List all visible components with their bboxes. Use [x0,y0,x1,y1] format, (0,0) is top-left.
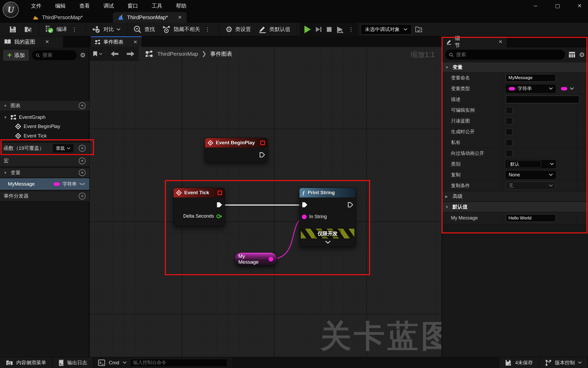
exec-in-pin[interactable] [302,202,308,208]
menu-debug[interactable]: 调试 [103,2,114,9]
collapse-icon[interactable]: ▼ [4,115,8,119]
debug-object-dropdown[interactable]: 未选中调试对象 [361,24,411,34]
tab-close-icon[interactable]: ✕ [178,14,182,20]
collapse-icon[interactable]: ▼ [4,171,8,175]
collapse-icon[interactable]: ▼ [445,65,449,69]
my-blueprint-search-input[interactable] [43,52,73,58]
default-value-section-header[interactable]: ▼ 默认值 [442,202,588,212]
variables-section-header[interactable]: ▼ 变量 + [0,168,89,178]
console-command-input[interactable] [130,359,227,367]
expand-icon[interactable]: ▶ [445,195,449,198]
gear-icon[interactable]: ⚙ [579,51,585,59]
tab-blueprint-thirdpersonmap[interactable]: ThirdPersonMap* ✕ [113,12,187,23]
eye-closed-icon[interactable] [79,182,85,186]
unreal-logo-icon[interactable]: U [3,2,19,18]
node-event-beginplay[interactable]: Event BeginPlay [205,138,268,162]
expose-to-cinematics-checkbox[interactable] [506,150,512,157]
minimize-button[interactable]: ─ [532,3,539,9]
functions-section-header[interactable]: 函数（19可覆盖） 重载 + [0,142,89,154]
compile-button[interactable]: 编译 ⋮ [42,23,83,36]
graphs-section-header[interactable]: ▼ 图表 + [0,100,89,111]
instance-editable-checkbox[interactable] [506,107,512,114]
node-event-tick[interactable]: Event Tick Delta Seconds [173,188,225,226]
overload-dropdown[interactable]: 重载 [53,144,74,152]
revision-control-button[interactable]: 版本控制 [539,357,588,368]
debug-browse-button[interactable] [411,23,427,36]
menu-view[interactable]: 查看 [79,2,90,9]
dispatchers-section-header[interactable]: 事件分发器 + [0,191,89,201]
add-macro-icon[interactable]: + [79,157,86,164]
collapse-icon[interactable]: ▼ [445,205,449,209]
class-settings-button[interactable]: ⚙ 类设置 [222,23,255,36]
advanced-section-header[interactable]: ▶ 高级 [442,191,588,202]
default-value-input[interactable] [506,214,556,222]
add-graph-icon[interactable]: + [79,102,86,109]
node-print-string[interactable]: ƒ Print String In String 仅限开发 [299,188,356,247]
blueprint-readonly-checkbox[interactable] [506,118,512,124]
tree-item-event-tick[interactable]: Event Tick [12,131,89,140]
back-arrow-button[interactable] [109,50,119,57]
exec-out-pin[interactable] [259,152,265,158]
save-button[interactable] [0,23,20,36]
event-graph-canvas[interactable]: 事件图表 ✕ ThirdPersonMap ❯ 事件图表 缩放1:1 关卡蓝图 [89,36,442,357]
class-defaults-button[interactable]: 类默认值 [255,23,294,36]
variable-name-input[interactable] [506,74,556,82]
exec-out-pin[interactable] [348,202,353,208]
menu-file[interactable]: 文件 [31,2,41,9]
menu-tools[interactable]: 工具 [152,2,162,9]
tab-event-graph[interactable]: 事件图表 ✕ [91,36,141,47]
stop-button[interactable] [325,25,334,34]
menu-window[interactable]: 窗口 [128,2,138,9]
my-blueprint-search[interactable] [32,50,77,60]
output-log-button[interactable]: 输出日志 [52,357,93,368]
my-blueprint-close-icon[interactable]: ✕ [45,39,49,45]
close-button[interactable]: ✕ [576,3,583,9]
maximize-button[interactable]: ▢ [554,3,561,9]
menu-edit[interactable]: 编辑 [55,2,66,9]
float-out-pin[interactable] [216,214,222,219]
tab-level-thirdpersonmap[interactable]: ThirdPersonMap* [28,12,88,23]
tab-my-blueprint[interactable]: 我的蓝图 ✕ [0,36,63,47]
macros-section-header[interactable]: 宏 + [0,155,89,167]
bookmarks-button[interactable] [89,51,106,57]
add-button[interactable]: + 添加 [3,50,29,61]
content-drawer-button[interactable]: 内容侧滑菜单 [0,357,52,368]
details-search-input[interactable] [456,52,561,58]
category-dropdown[interactable]: 默认 [506,160,556,168]
browse-asset-button[interactable] [20,23,36,36]
add-dispatcher-icon[interactable]: + [79,193,86,200]
diff-button[interactable]: 对比 [89,23,124,36]
breadcrumb-root[interactable]: ThirdPersonMap [157,51,198,57]
node-get-mymessage[interactable]: My Message [234,252,277,266]
tree-item-eventgraph[interactable]: ▼ EventGraph [0,113,89,122]
unsaved-assets-button[interactable]: 4未保存 [499,357,539,368]
hide-unrelated-options-icon[interactable]: ⋮ [203,26,213,33]
gear-icon[interactable]: ⚙ [80,52,86,59]
display-filter-icon[interactable] [569,52,575,58]
tree-item-event-beginplay[interactable]: Event BeginPlay [12,122,89,131]
graph-tab-close-icon[interactable]: ✕ [133,39,137,45]
expand-node-icon[interactable] [325,241,331,244]
string-out-pin[interactable] [269,257,273,262]
chevron-down-icon[interactable] [123,361,127,364]
play-button[interactable] [302,24,312,35]
play-options-icon[interactable]: ⋮ [346,26,356,33]
private-checkbox[interactable] [506,139,512,146]
cmd-label[interactable]: Cmd [109,360,119,366]
container-type-dropdown[interactable] [558,85,578,93]
details-search[interactable] [445,50,565,60]
replication-dropdown[interactable]: None [506,171,556,179]
string-in-pin[interactable] [302,214,307,219]
expose-on-spawn-checkbox[interactable] [506,129,512,135]
menu-help[interactable]: 帮助 [176,2,186,9]
variable-row-mymessage[interactable]: MyMessage 字符串 [0,178,89,190]
skip-button[interactable] [335,25,345,34]
tab-details[interactable]: 细节 ✕ [442,36,507,47]
step-forward-button[interactable] [314,25,323,34]
collapse-icon[interactable]: ▼ [4,104,8,108]
forward-arrow-button[interactable] [126,50,136,57]
add-variable-icon[interactable]: + [79,169,86,176]
variable-type-dropdown[interactable]: 字符串 [506,85,556,93]
breadcrumb-current[interactable]: 事件图表 [210,50,232,58]
hide-unrelated-button[interactable]: 隐藏不相关 ⋮ [159,23,216,36]
